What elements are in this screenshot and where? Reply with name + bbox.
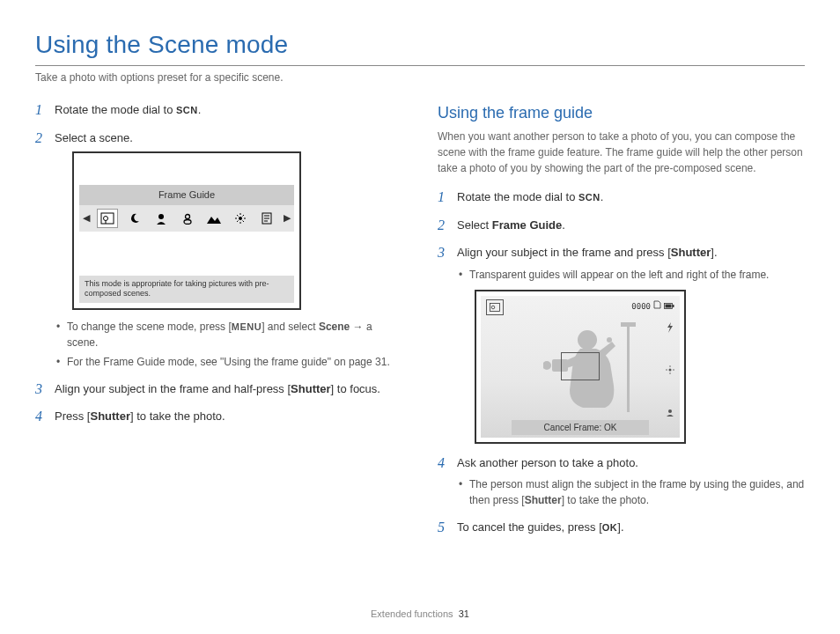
step-2: Select Frame Guide.	[438, 217, 805, 234]
shot-counter: 0000	[631, 301, 651, 313]
step-3-notes: Transparent guides will appear on the le…	[457, 267, 805, 283]
list-item: Transparent guides will appear on the le…	[457, 267, 805, 283]
step-text: Rotate the mode dial to	[55, 103, 176, 116]
shutter-label: Shutter	[291, 382, 331, 395]
portrait-icon	[151, 210, 171, 227]
svg-rect-22	[666, 304, 672, 307]
svg-line-13	[243, 215, 245, 217]
svg-point-4	[184, 219, 191, 224]
frame-guide-mode-icon	[486, 299, 504, 315]
lcd-screen: 0000	[481, 296, 680, 438]
svg-line-11	[243, 220, 245, 222]
scene-lcd: Frame Guide ◀	[72, 151, 301, 310]
text: ] and select	[262, 321, 319, 333]
scn-label: SCN	[176, 105, 198, 115]
lcd-status-group: 0000	[631, 300, 674, 313]
lcd-right-icons	[664, 322, 676, 420]
svg-point-31	[578, 330, 597, 350]
flash-icon	[664, 322, 676, 336]
text: ] to take the photo.	[562, 494, 649, 506]
step-3: Align your subject in the frame and half…	[35, 380, 402, 398]
list-item: To change the scene mode, press [MENU] a…	[55, 319, 402, 350]
text: To change the scene mode, press [	[67, 321, 232, 333]
step-2: Select a scene. Frame Guide ◀	[35, 129, 402, 370]
text: Align your subject in the frame and half…	[55, 382, 291, 395]
text: Select	[457, 218, 492, 232]
lcd-blank-top	[79, 158, 294, 185]
title-rule	[35, 65, 805, 66]
step-3: Align your subject in the frame and pres…	[438, 244, 805, 444]
step-4-notes: The person must align the subject in the…	[457, 476, 805, 508]
lcd-mode-description: This mode is appropriate for taking pict…	[79, 276, 294, 303]
shutter-label: Shutter	[90, 409, 130, 423]
svg-point-2	[158, 214, 164, 219]
card-icon	[653, 300, 661, 313]
ok-label: OK	[602, 522, 618, 533]
step-5: To cancel the guides, press [OK].	[438, 519, 805, 536]
text: Align your subject in the frame and pres…	[457, 246, 671, 259]
lcd-topbar: 0000	[486, 299, 674, 315]
step-text: Select a scene.	[55, 131, 133, 144]
right-steps: Rotate the mode dial to SCN. Select Fram…	[438, 188, 805, 536]
svg-point-1	[104, 216, 108, 220]
step-1: Rotate the mode dial to SCN.	[438, 188, 805, 206]
text: ] to focus.	[331, 382, 380, 395]
frame-guide-lcd: 0000	[475, 290, 686, 444]
text: Rotate the mode dial to	[457, 190, 578, 203]
section-intro: When you want another person to take a p…	[438, 129, 805, 176]
step-4: Ask another person to take a photo. The …	[438, 454, 805, 509]
scn-label: SCN	[578, 192, 601, 203]
cancel-frame-bar: Cancel Frame: OK	[512, 420, 649, 435]
page-number: 31	[459, 608, 469, 619]
left-steps: Rotate the mode dial to SCN. Select a sc…	[35, 101, 402, 425]
page-subtitle: Take a photo with options preset for a s…	[35, 70, 805, 85]
content-columns: Rotate the mode dial to SCN. Select a sc…	[35, 101, 805, 547]
night-icon	[125, 210, 144, 227]
footer-section: Extended functions	[371, 608, 453, 619]
chevron-right-icon: ▶	[284, 210, 291, 225]
children-icon	[178, 210, 197, 227]
text: To cancel the guides, press [	[457, 520, 602, 534]
svg-point-34	[607, 337, 612, 343]
text-bold: Frame Guide	[492, 218, 562, 232]
battery-icon	[664, 301, 674, 313]
text: ] to take the photo.	[130, 409, 225, 423]
text-icon	[257, 210, 276, 227]
svg-point-5	[239, 217, 242, 220]
face-icon	[664, 407, 676, 420]
step-4: Press [Shutter] to take the photo.	[35, 408, 402, 425]
text: .	[562, 218, 565, 232]
step-2-notes: To change the scene mode, press [MENU] a…	[55, 319, 402, 370]
text: Press [	[55, 409, 90, 423]
page-title: Using the Scene mode	[35, 26, 805, 63]
svg-point-28	[668, 409, 672, 413]
step-1: Rotate the mode dial to SCN.	[35, 101, 402, 119]
frame-guide-icon	[97, 209, 118, 228]
svg-rect-30	[621, 322, 636, 327]
menu-label: MENU	[232, 321, 262, 332]
chevron-left-icon: ◀	[83, 210, 90, 225]
text-bold: Scene	[319, 321, 350, 333]
list-item: For the Frame Guide mode, see "Using the…	[55, 354, 402, 370]
shutter-label: Shutter	[525, 494, 562, 506]
lcd-mode-label: Frame Guide	[79, 185, 294, 205]
svg-point-3	[186, 214, 190, 218]
svg-point-19	[491, 306, 495, 309]
text: ].	[617, 520, 623, 534]
right-column: Using the frame guide When you want anot…	[438, 101, 805, 547]
section-heading: Using the frame guide	[438, 101, 805, 125]
shutter-label: Shutter	[671, 246, 711, 259]
left-column: Rotate the mode dial to SCN. Select a sc…	[35, 101, 402, 547]
page-footer: Extended functions 31	[0, 607, 840, 622]
focus-frame	[561, 352, 600, 380]
text: .	[601, 190, 604, 203]
svg-line-12	[237, 220, 239, 222]
text: ].	[711, 246, 717, 259]
lcd-blank-mid	[79, 232, 294, 276]
svg-point-23	[669, 369, 672, 372]
svg-line-10	[237, 215, 239, 217]
svg-rect-21	[673, 305, 674, 307]
macro-icon	[664, 365, 676, 378]
scene-icon-row: ◀	[79, 205, 294, 232]
text: Ask another person to take a photo.	[457, 456, 638, 469]
